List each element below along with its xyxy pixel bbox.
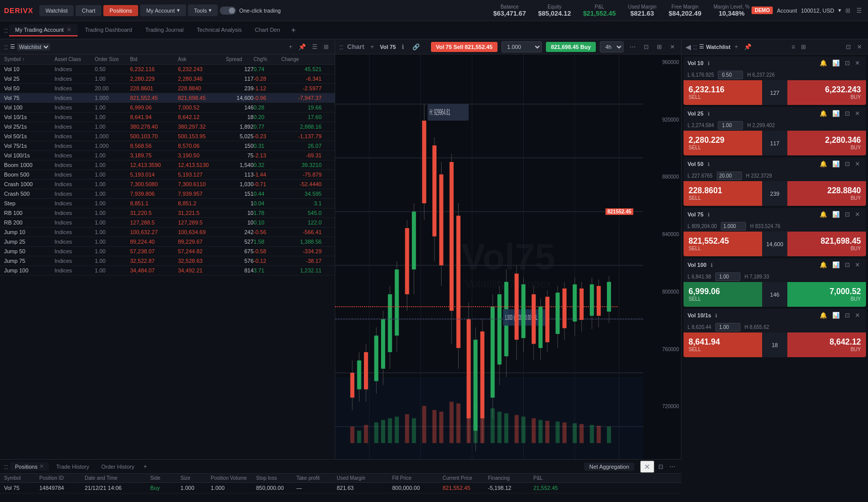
ticker-sell-btn[interactable]: 228.8601 SELL [684, 181, 762, 206]
menu-btn[interactable]: ☰ [854, 6, 864, 15]
watchlist-row[interactable]: Vol 50 Indices 20.00 228.8601 228.8840 2… [0, 84, 335, 93]
watchlist-row[interactable]: Vol 25 Indices 1.00 2,280.229 2,280.346 … [0, 74, 335, 84]
watchlist-row[interactable]: Jump 25 Indices 1.00 89,224.40 89,229.67… [0, 237, 335, 247]
chart-buy-btn[interactable]: 821,698.45 Buy [546, 42, 596, 52]
ticker-buy-btn[interactable]: 6,232.243 BUY [787, 80, 866, 105]
ticker-sell-btn[interactable]: 821,552.45 SELL [684, 232, 762, 256]
ticker-info-btn[interactable]: ℹ [706, 160, 712, 168]
chart-more-btn[interactable]: ⋯ [628, 42, 638, 51]
list-view-btn[interactable]: ☰ [310, 42, 320, 51]
watchlist-row[interactable]: Vol 10 Indices 0.50 6,232.116 6,232.243 … [0, 65, 335, 74]
ticker-alert-btn[interactable]: 🔔 [818, 109, 829, 118]
my-account-nav-btn[interactable]: My Account ▾ [140, 5, 186, 16]
ticker-size-input[interactable] [717, 172, 742, 180]
add-symbol-btn[interactable]: + [732, 42, 740, 51]
ticker-alert-btn[interactable]: 🔔 [818, 159, 829, 169]
ticker-sell-btn[interactable]: 8,641.94 SELL [684, 332, 762, 357]
ticker-info-btn[interactable]: ℹ [706, 60, 712, 67]
layout-btn[interactable]: ⊞ [843, 6, 852, 15]
bottom-expand-btn[interactable]: ⊡ [656, 461, 665, 473]
ticker-alert-btn[interactable]: 🔔 [818, 210, 829, 219]
watchlist-row[interactable]: Vol 100/1s Indices 1.00 3,189.75 3,190.5… [0, 151, 335, 160]
ticker-chart-btn[interactable]: 📊 [830, 59, 842, 68]
watchlist-row[interactable]: Vol 10/1s Indices 1.00 8,641.94 8,642.12… [0, 113, 335, 122]
ticker-size-input[interactable] [721, 222, 746, 231]
pin-icon-btn[interactable]: 📌 [296, 42, 308, 51]
tab-order-history[interactable]: Order History [96, 463, 139, 471]
watchlist-row[interactable]: Vol 75/1s Indices 1.000 8,568.56 8,570.0… [0, 141, 335, 151]
ticker-expand-btn[interactable]: ⊡ [843, 260, 852, 269]
chevron-down-icon[interactable]: ▾ [838, 7, 841, 14]
chart-expand-btn[interactable]: ⊞ [655, 42, 664, 51]
ticker-buy-btn[interactable]: 821,698.45 BUY [787, 232, 866, 256]
ticker-buy-btn[interactable]: 8,642.12 BUY [787, 332, 866, 357]
tab-my-trading-account[interactable]: My Trading Account ✕ [9, 24, 78, 36]
watchlist-row[interactable]: Jump 75 Indices 1.00 32,522.87 32,528.63… [0, 256, 335, 266]
tab-chart-den[interactable]: Chart Den [249, 25, 286, 36]
one-click-toggle[interactable] [220, 7, 236, 15]
ticker-alert-btn[interactable]: 🔔 [818, 260, 829, 269]
ticker-size-input[interactable] [718, 71, 743, 79]
watchlist-row[interactable]: Vol 25/1s Indices 1.00 380,278.40 380,29… [0, 122, 335, 132]
ticker-buy-btn[interactable]: 228.8840 BUY [787, 181, 866, 206]
ticker-sell-btn[interactable]: 2,280.229 SELL [684, 131, 762, 155]
right-filter-btn[interactable]: ≡ [789, 42, 797, 51]
watchlist-row[interactable]: Vol 100 Indices 1.00 6,999.06 7,000.52 1… [0, 103, 335, 113]
positions-tab-close[interactable]: ✕ [39, 463, 44, 470]
col-bid[interactable]: Bid [130, 57, 178, 62]
watchlist-row[interactable]: RB 100 Indices 1.00 31,220.5 31,221.5 10… [0, 208, 335, 218]
ticker-sell-btn[interactable]: 6,999.06 SELL [684, 282, 762, 307]
col-spread[interactable]: Spread [226, 57, 254, 62]
timeframe-select[interactable]: 4h 1h 1d [600, 41, 624, 52]
watchlist-row[interactable]: Jump 10 Indices 1.00 100,632.27 100,634.… [0, 228, 335, 237]
search-icon-btn[interactable]: + [287, 42, 294, 51]
chart-nav-btn[interactable]: Chart [76, 5, 101, 16]
ticker-buy-btn[interactable]: 2,280.346 BUY [787, 131, 866, 155]
ticker-alert-btn[interactable]: 🔔 [818, 311, 829, 320]
watchlist-row[interactable]: Boom 1000 Indices 1.00 12,413.3590 12,41… [0, 160, 335, 170]
col-ask[interactable]: Ask [178, 57, 226, 62]
ticker-chart-btn[interactable]: 📊 [830, 311, 842, 320]
tab-trade-history[interactable]: Trade History [51, 463, 94, 471]
ticker-info-btn[interactable]: ℹ [706, 211, 712, 218]
ticker-close-btn[interactable]: ✕ [853, 260, 862, 269]
ticker-expand-btn[interactable]: ⊡ [843, 311, 852, 320]
ticker-buy-btn[interactable]: 7,000.52 BUY [787, 282, 866, 307]
ticker-close-btn[interactable]: ✕ [853, 59, 862, 68]
watchlist-row[interactable]: Step Indices 1.00 8,851.1 8,851.2 1 0.04… [0, 199, 335, 208]
sell-qty-select[interactable]: 1.000 [502, 41, 542, 52]
chart-detach-btn[interactable]: ⊡ [642, 42, 651, 51]
col-symbol[interactable]: Symbol ↑ [4, 57, 54, 62]
ticker-size-input[interactable] [718, 121, 743, 130]
ticker-close-btn[interactable]: ✕ [853, 210, 862, 219]
positions-nav-btn[interactable]: Positions [103, 5, 138, 16]
ticker-close-btn[interactable]: ✕ [853, 311, 862, 320]
ticker-info-btn[interactable]: ℹ [713, 312, 719, 319]
ticker-close-btn[interactable]: ✕ [853, 109, 862, 118]
watchlist-row[interactable]: Crash 500 Indices 1.00 7,939.806 7,939.9… [0, 189, 335, 199]
tab-technical-analysis[interactable]: Technical Analysis [191, 25, 247, 36]
pin-btn[interactable]: 📌 [742, 42, 754, 51]
ticker-chart-btn[interactable]: 📊 [830, 210, 842, 219]
ticker-alert-btn[interactable]: 🔔 [818, 59, 829, 68]
watchlist-row[interactable]: Crash 1000 Indices 1.00 7,300.5080 7,300… [0, 180, 335, 189]
chart-info-btn[interactable]: ℹ [400, 42, 406, 51]
chart-sell-btn[interactable]: Vol 75 Sell 821,552.45 [431, 42, 498, 52]
watchlist-row[interactable]: Vol 75 Indices 1.000 821,552.45 821,698.… [0, 93, 335, 103]
ticker-expand-btn[interactable]: ⊡ [843, 159, 852, 169]
ticker-close-btn[interactable]: ✕ [853, 159, 862, 169]
ticker-expand-btn[interactable]: ⊡ [843, 109, 852, 118]
ticker-size-input[interactable] [715, 323, 740, 331]
watchlist-row[interactable]: Jump 100 Indices 1.00 34,484.07 34,492.2… [0, 266, 335, 275]
ticker-info-btn[interactable]: ℹ [706, 110, 712, 118]
ticker-chart-btn[interactable]: 📊 [830, 109, 842, 118]
right-bars-btn[interactable]: ⊞ [799, 42, 808, 51]
ticker-expand-btn[interactable]: ⊡ [843, 59, 852, 68]
watchlist-row[interactable]: Boom 500 Indices 1.00 5,193.014 5,193.12… [0, 170, 335, 180]
ticker-chart-btn[interactable]: 📊 [830, 260, 842, 269]
chart-link-btn[interactable]: 🔗 [410, 42, 422, 51]
tools-nav-btn[interactable]: Tools ▾ [188, 5, 218, 16]
right-close-btn[interactable]: ✕ [855, 42, 864, 51]
ticker-sell-btn[interactable]: 6,232.116 SELL [684, 80, 762, 105]
chart-close-btn[interactable]: ✕ [668, 42, 677, 51]
